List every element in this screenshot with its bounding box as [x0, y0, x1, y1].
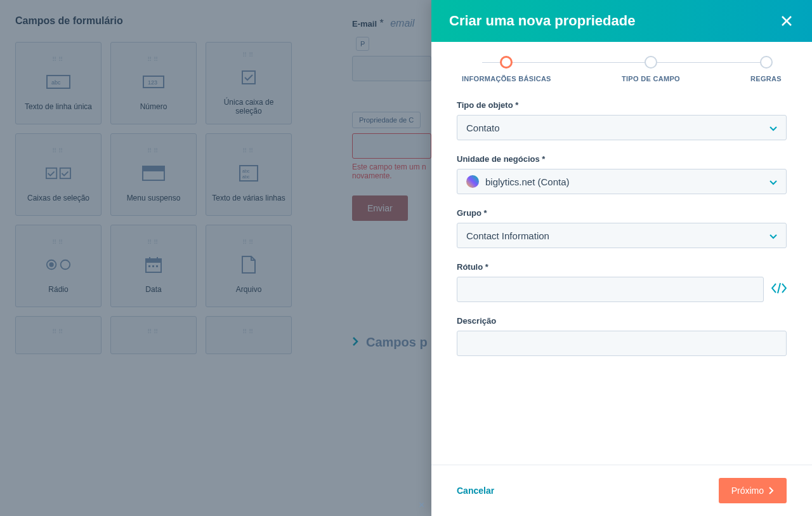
modal-overlay[interactable]: [0, 0, 431, 516]
close-button[interactable]: [779, 13, 794, 29]
step-label: TIPO DE CAMPO: [622, 75, 680, 83]
close-icon[interactable]: ×: [419, 499, 424, 511]
group-value: Contact Information: [466, 230, 549, 241]
chevron-down-icon: [769, 176, 777, 187]
drawer-header: Criar uma nova propriedade: [431, 0, 812, 42]
rotulo-input[interactable]: [457, 277, 764, 302]
group-select[interactable]: Contact Information: [457, 223, 787, 248]
group-group: Grupo * Contact Information: [457, 208, 787, 248]
business-unit-avatar-icon: [466, 175, 479, 188]
cancel-button[interactable]: Cancelar: [457, 486, 494, 496]
business-unit-value: biglytics.net (Conta): [485, 176, 570, 187]
step-circle: [645, 56, 657, 69]
rotulo-label: Rótulo *: [457, 262, 787, 272]
business-unit-group: Unidade de negócios * biglytics.net (Con…: [457, 154, 787, 194]
drawer-footer: Cancelar Próximo: [431, 465, 812, 516]
chevron-down-icon: [769, 230, 777, 241]
business-unit-label: Unidade de negócios *: [457, 154, 787, 164]
create-property-drawer: Criar uma nova propriedade INFORMAÇÕES B…: [431, 0, 812, 516]
rotulo-group: Rótulo *: [457, 262, 787, 302]
description-label: Descrição: [457, 316, 787, 326]
group-label: Grupo *: [457, 208, 787, 218]
stepper: INFORMAÇÕES BÁSICAS TIPO DE CAMPO REGRAS: [431, 42, 812, 100]
object-type-label: Tipo de objeto *: [457, 100, 787, 110]
drawer-title: Criar uma nova propriedade: [449, 13, 635, 29]
object-type-select[interactable]: Contato: [457, 115, 787, 140]
chevron-down-icon: [769, 122, 777, 133]
step-field-type[interactable]: TIPO DE CAMPO: [622, 56, 680, 83]
next-button-label: Próximo: [731, 486, 764, 496]
description-input[interactable]: [457, 331, 787, 356]
description-group: Descrição: [457, 316, 787, 356]
step-circle-active: [500, 56, 513, 69]
step-basic-info[interactable]: INFORMAÇÕES BÁSICAS: [462, 56, 551, 83]
chevron-right-icon: [769, 487, 774, 494]
code-icon[interactable]: [771, 282, 787, 296]
business-unit-select[interactable]: biglytics.net (Conta): [457, 169, 787, 194]
step-rules[interactable]: REGRAS: [750, 56, 782, 83]
object-type-value: Contato: [466, 122, 500, 133]
step-label: REGRAS: [750, 75, 782, 83]
object-type-group: Tipo de objeto * Contato: [457, 100, 787, 140]
step-label: INFORMAÇÕES BÁSICAS: [462, 75, 551, 83]
drawer-body: Tipo de objeto * Contato Unidade de negó…: [431, 100, 812, 465]
next-button[interactable]: Próximo: [719, 478, 787, 503]
step-circle: [760, 56, 773, 69]
